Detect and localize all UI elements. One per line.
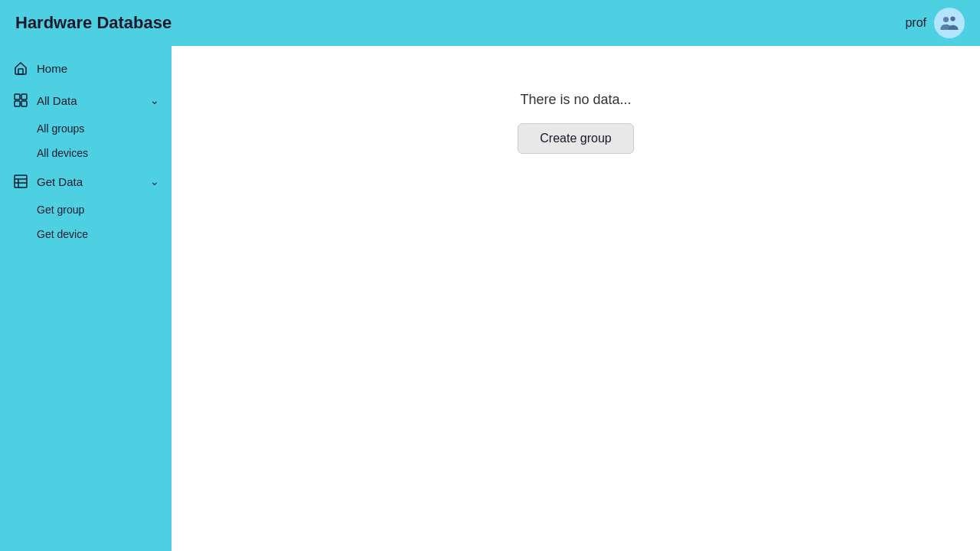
sidebar-item-all-data[interactable]: All Data ⌄ <box>0 84 172 116</box>
chevron-down-icon-2: ⌄ <box>150 175 159 187</box>
sidebar-item-get-group[interactable]: Get group <box>0 197 172 222</box>
no-data-message: There is no data... <box>520 92 631 108</box>
sidebar-get-data-label: Get Data <box>37 175 142 188</box>
sidebar-home-label: Home <box>37 62 159 75</box>
svg-point-2 <box>950 16 955 21</box>
avatar[interactable] <box>934 8 965 38</box>
svg-point-1 <box>943 17 949 22</box>
user-menu[interactable]: prof <box>905 8 965 38</box>
header: Hardware Database prof <box>0 0 980 46</box>
username-label: prof <box>905 16 926 30</box>
create-group-button[interactable]: Create group <box>518 123 633 154</box>
svg-rect-8 <box>15 175 27 187</box>
empty-state: There is no data... Create group <box>518 92 633 154</box>
chevron-down-icon: ⌄ <box>150 94 159 106</box>
get-group-label: Get group <box>37 204 84 216</box>
main-content-area: There is no data... Create group <box>172 46 980 551</box>
app-title: Hardware Database <box>15 13 172 33</box>
grid-icon <box>12 92 29 109</box>
all-devices-label: All devices <box>37 147 88 159</box>
svg-point-0 <box>936 9 963 37</box>
table-icon <box>12 173 29 190</box>
home-icon <box>12 60 29 77</box>
sidebar-item-get-device[interactable]: Get device <box>0 222 172 246</box>
get-device-label: Get device <box>37 228 88 240</box>
sidebar-item-home[interactable]: Home <box>0 52 172 84</box>
sidebar-item-all-groups[interactable]: All groups <box>0 116 172 141</box>
sidebar-all-data-label: All Data <box>37 94 142 107</box>
body-layout: Home All Data ⌄ All groups All devices <box>0 46 980 551</box>
svg-rect-4 <box>15 94 20 99</box>
sidebar: Home All Data ⌄ All groups All devices <box>0 46 172 551</box>
svg-rect-3 <box>18 69 23 74</box>
all-groups-label: All groups <box>37 122 84 135</box>
svg-rect-5 <box>21 94 27 99</box>
sidebar-item-get-data[interactable]: Get Data ⌄ <box>0 165 172 197</box>
svg-rect-6 <box>15 101 20 106</box>
svg-rect-7 <box>21 101 27 106</box>
sidebar-item-all-devices[interactable]: All devices <box>0 141 172 165</box>
